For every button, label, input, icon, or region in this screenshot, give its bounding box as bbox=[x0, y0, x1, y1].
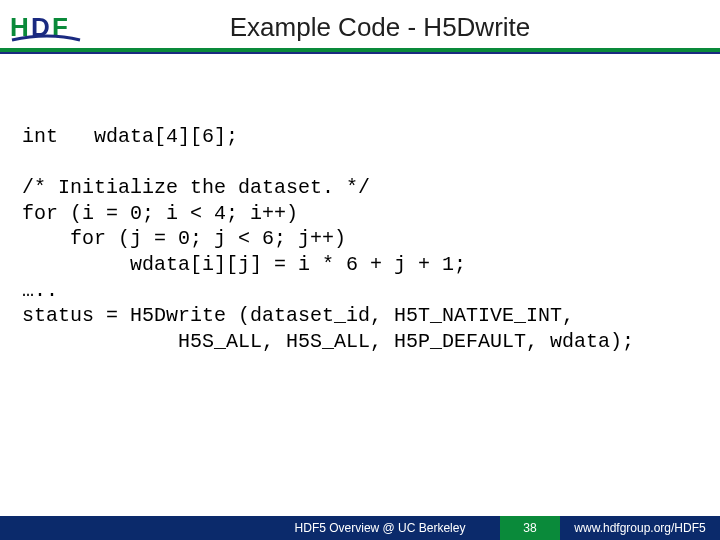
footer-page-number: 38 bbox=[500, 516, 560, 540]
code-line: wdata[i][j] = i * 6 + j + 1; bbox=[22, 253, 466, 276]
slide-title: Example Code - H5Dwrite bbox=[110, 12, 710, 43]
slide-content: int wdata[4][6]; /* Initialize the datas… bbox=[0, 54, 720, 354]
code-line: for (j = 0; j < 6; j++) bbox=[22, 227, 346, 250]
hdf-logo: H D F bbox=[10, 10, 110, 44]
code-line: /* Initialize the dataset. */ bbox=[22, 176, 370, 199]
code-line: for (i = 0; i < 4; i++) bbox=[22, 202, 298, 225]
code-line: status = H5Dwrite (dataset_id, H5T_NATIV… bbox=[22, 304, 574, 327]
footer-url: www.hdfgroup.org/HDF5 bbox=[560, 516, 720, 540]
code-block: int wdata[4][6]; /* Initialize the datas… bbox=[22, 124, 702, 354]
slide-footer: HDF5 Overview @ UC Berkeley 38 www.hdfgr… bbox=[0, 516, 720, 540]
code-line: H5S_ALL, H5S_ALL, H5P_DEFAULT, wdata); bbox=[22, 330, 634, 353]
footer-spacer-left bbox=[0, 516, 260, 540]
hdf-logo-icon: H D F bbox=[10, 10, 88, 44]
code-line: int wdata[4][6]; bbox=[22, 125, 238, 148]
slide-header: H D F Example Code - H5Dwrite bbox=[0, 0, 720, 48]
footer-caption: HDF5 Overview @ UC Berkeley bbox=[260, 516, 500, 540]
code-line: ….. bbox=[22, 279, 58, 302]
